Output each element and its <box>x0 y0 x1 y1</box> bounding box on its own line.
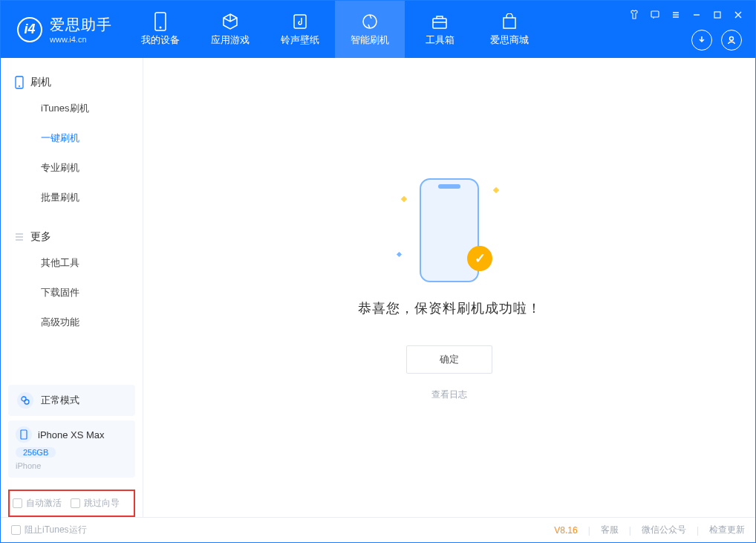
sidebar: 刷机 iTunes刷机 一键刷机 专业刷机 批量刷机 更多 其他工具 下载固件 … <box>1 58 143 517</box>
tab-ringtones[interactable]: 铃声壁纸 <box>265 1 335 58</box>
device-capacity: 256GB <box>16 447 56 458</box>
account-button[interactable] <box>721 30 742 51</box>
svg-point-1 <box>160 26 162 28</box>
main-tabs: 我的设备 应用游戏 铃声壁纸 智能刷机 工具箱 爱思商城 <box>126 1 544 58</box>
checkbox-label: 自动激活 <box>26 497 62 510</box>
sidebar-item-other-tools[interactable]: 其他工具 <box>1 248 143 278</box>
sidebar-item-advanced[interactable]: 高级功能 <box>1 308 143 337</box>
svg-point-6 <box>730 37 734 41</box>
svg-rect-5 <box>714 12 720 18</box>
mode-icon <box>17 392 33 409</box>
checkbox-icon <box>11 525 21 535</box>
svg-rect-3 <box>433 19 446 28</box>
sidebar-section-more: 更多 <box>1 226 143 248</box>
sparkle-icon <box>397 251 402 256</box>
device-name-label: iPhone XS Max <box>38 429 105 440</box>
list-icon <box>14 232 25 242</box>
checkbox-skip-guide[interactable]: 跳过向导 <box>71 497 120 510</box>
tab-my-device[interactable]: 我的设备 <box>126 1 195 58</box>
sidebar-item-oneclick-flash[interactable]: 一键刷机 <box>1 123 143 153</box>
app-title-zh: 爱思助手 <box>50 15 112 35</box>
tab-label: 工具箱 <box>426 33 454 47</box>
logo-icon: i4 <box>17 17 42 42</box>
sidebar-item-itunes-flash[interactable]: iTunes刷机 <box>1 94 143 123</box>
menu-icon[interactable] <box>668 7 684 23</box>
tab-label: 我的设备 <box>141 33 180 47</box>
version-label: V8.16 <box>554 525 577 536</box>
device-phone-icon <box>16 426 32 443</box>
device-type: iPhone <box>16 461 128 470</box>
success-message: 恭喜您，保资料刷机成功啦！ <box>358 299 541 317</box>
sidebar-item-batch-flash[interactable]: 批量刷机 <box>1 183 143 212</box>
device-icon <box>151 13 169 30</box>
checkbox-auto-activate[interactable]: 自动激活 <box>13 497 62 510</box>
footer-bar: 阻止iTunes运行 V8.16 | 客服 | 微信公众号 | 检查更新 <box>1 517 755 542</box>
tab-apps-games[interactable]: 应用游戏 <box>195 1 265 58</box>
app-logo: i4 爱思助手 www.i4.cn <box>1 15 126 44</box>
sparkle-icon <box>493 186 499 192</box>
device-mode-box[interactable]: 正常模式 <box>8 385 135 416</box>
checkbox-label: 跳过向导 <box>84 497 120 510</box>
tab-label: 铃声壁纸 <box>281 33 319 47</box>
app-title-en: www.i4.cn <box>50 35 112 44</box>
svg-rect-4 <box>651 11 659 17</box>
feedback-icon[interactable] <box>647 7 663 23</box>
store-icon <box>501 13 518 30</box>
music-icon <box>291 13 309 30</box>
view-log-link[interactable]: 查看日志 <box>431 388 467 401</box>
svg-rect-11 <box>21 430 27 439</box>
header-actions <box>691 30 742 51</box>
app-header: i4 爱思助手 www.i4.cn 我的设备 应用游戏 铃声壁纸 智能刷机 工具… <box>1 1 755 58</box>
section-title: 更多 <box>30 230 51 244</box>
tab-toolbox[interactable]: 工具箱 <box>405 1 475 58</box>
shield-icon <box>361 13 379 30</box>
main-content: ✓ 恭喜您，保资料刷机成功啦！ 确定 查看日志 <box>143 58 755 517</box>
sparkle-icon <box>401 195 407 201</box>
tab-store[interactable]: 爱思商城 <box>475 1 544 58</box>
checkbox-stop-itunes[interactable]: 阻止iTunes运行 <box>11 524 87 536</box>
window-controls <box>626 7 746 23</box>
close-button[interactable] <box>730 7 746 23</box>
tab-label: 应用游戏 <box>211 33 250 47</box>
cube-icon <box>221 13 239 30</box>
tab-label: 智能刷机 <box>351 33 389 47</box>
sidebar-item-download-firmware[interactable]: 下载固件 <box>1 278 143 308</box>
check-icon: ✓ <box>467 246 492 271</box>
phone-icon <box>14 76 25 89</box>
shirt-icon[interactable] <box>626 7 642 23</box>
maximize-button[interactable] <box>709 7 726 23</box>
sidebar-item-pro-flash[interactable]: 专业刷机 <box>1 153 143 183</box>
ok-button[interactable]: 确定 <box>406 345 492 374</box>
success-illustration: ✓ <box>405 175 494 286</box>
svg-point-10 <box>25 400 29 404</box>
download-button[interactable] <box>691 30 712 51</box>
options-highlighted-box: 自动激活 跳过向导 <box>8 490 135 517</box>
svg-point-8 <box>19 85 20 87</box>
wechat-link[interactable]: 微信公众号 <box>642 524 686 536</box>
section-title: 刷机 <box>30 76 51 89</box>
tab-smart-flash[interactable]: 智能刷机 <box>335 1 405 58</box>
support-link[interactable]: 客服 <box>601 524 619 536</box>
sidebar-section-flash: 刷机 <box>1 71 143 94</box>
app-body: 刷机 iTunes刷机 一键刷机 专业刷机 批量刷机 更多 其他工具 下载固件 … <box>1 58 755 517</box>
mode-label: 正常模式 <box>41 394 79 407</box>
check-update-link[interactable]: 检查更新 <box>709 524 745 536</box>
device-info-box[interactable]: iPhone XS Max 256GB iPhone <box>8 420 135 478</box>
tab-label: 爱思商城 <box>490 33 529 47</box>
checkbox-label: 阻止iTunes运行 <box>25 524 87 536</box>
minimize-button[interactable] <box>688 7 705 23</box>
checkbox-icon <box>13 498 22 508</box>
toolbox-icon <box>431 13 449 30</box>
checkbox-icon <box>71 498 80 508</box>
